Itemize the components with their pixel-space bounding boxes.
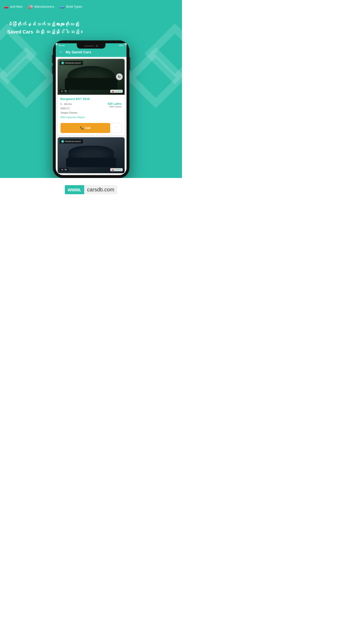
count-label-2: 16 <box>61 168 64 171</box>
battery-indicator: 80% <box>119 44 124 47</box>
phone-notch <box>77 43 106 48</box>
car-image-2[interactable]: ✓ PREMIUM ASSIST 16 📷 🚗 carsDB <box>58 137 124 173</box>
car-icon: 🚗 <box>4 4 8 9</box>
watermark-icon-2: 🚗 <box>112 169 114 171</box>
watermark-1: 🚗 carsDB <box>110 90 122 93</box>
save-heart-button-1[interactable]: ♡ <box>112 123 122 133</box>
camera-icon-2: 📷 <box>64 168 67 171</box>
photo-count-2: 16 📷 <box>60 168 68 171</box>
camera-icon: 📷 <box>64 90 67 92</box>
hero-text-line2: Saved Cars ထဲသို့ ထည့်နိုင်ပါသည်။ <box>7 28 175 36</box>
hero-text-line1: မိမိကြိုက်နှစ်သက်သည့်ကားများကိုလည်း <box>7 20 175 28</box>
app-header: ← My Saved Cars <box>56 47 126 57</box>
back-button[interactable]: ← <box>59 50 64 54</box>
domain-label: carsdb.com <box>84 185 117 194</box>
top-navigation: 🚗 and New 🏭 Manufacturers 🚙 Build Types <box>0 0 182 13</box>
phone-screen: 4G 4G 80% ← My Saved Cars ✓ PREMIUM ASSI… <box>56 43 126 175</box>
call-button-1[interactable]: 📞 Call <box>60 123 110 133</box>
power-button <box>130 57 130 70</box>
volume-down-button <box>52 66 53 74</box>
watermark-text-2: carsDB <box>115 169 121 171</box>
premium-badge-2: ✓ PREMIUM ASSIST <box>60 139 83 144</box>
watermark-2: 🚗 carsDB <box>110 168 122 171</box>
nav-label-manufacturers: Manufacturers <box>34 5 54 8</box>
location-spec: Yangon Division <box>60 111 78 115</box>
car-card-1: ✓ PREMIUM ASSIST 41 📷 🚗 carsDB ↻ <box>58 59 124 136</box>
volume-up-button <box>52 55 53 63</box>
phone-icon: 📞 <box>80 126 84 130</box>
call-label-1: Call <box>85 126 90 130</box>
check-icon: ✓ <box>61 62 64 64</box>
car-info-1: Borgward BX7 2019 5 - 10k Km 2000 CC Yan… <box>58 95 124 121</box>
car-card-2: ✓ PREMIUM ASSIST 16 📷 🚗 carsDB <box>58 137 124 173</box>
count-label-1: 41 <box>61 90 64 92</box>
footer-section: www. carsdb.com <box>0 178 182 202</box>
signal-indicator: 4G 4G <box>58 44 65 47</box>
km-spec: 5 - 10k Km <box>60 102 78 106</box>
inspection-label-1: With Inspection Report <box>60 116 122 119</box>
car-price-1: 620 Lakhs With Licence <box>108 102 122 108</box>
price-value-1: 620 Lakhs <box>108 102 122 106</box>
car-image-1[interactable]: ✓ PREMIUM ASSIST 41 📷 🚗 carsDB ↻ <box>58 59 124 95</box>
refresh-button[interactable]: ↻ <box>116 74 123 80</box>
nav-item-manufacturers[interactable]: 🏭 Manufacturers <box>28 4 54 9</box>
nav-label-used-new: and New <box>10 5 22 8</box>
nav-label-build-types: Build Types <box>66 5 82 8</box>
build-types-icon: 🚙 <box>60 4 64 9</box>
www-label: www. <box>65 185 84 194</box>
premium-label-2: PREMIUM ASSIST <box>65 140 81 142</box>
screen-title: My Saved Cars <box>66 50 91 54</box>
hero-text: မိမိကြိုက်နှစ်သက်သည့်ကားများကိုလည်း Save… <box>7 20 175 36</box>
notch-camera <box>96 45 98 47</box>
watermark-text-1: carsDB <box>115 90 121 92</box>
premium-label-1: PREMIUM ASSIST <box>65 62 81 64</box>
hero-section: မိမိကြိုက်နှစ်သက်သည့်ကားများကိုလည်း Save… <box>0 13 182 178</box>
car-actions-1: 📞 Call ♡ <box>58 121 124 136</box>
photo-count-1: 41 📷 <box>60 90 68 93</box>
cc-spec: 2000 CC <box>60 106 78 111</box>
website-badge: www. carsdb.com <box>65 185 117 194</box>
check-icon-2: ✓ <box>61 140 64 143</box>
manufacturers-icon: 🏭 <box>28 4 33 9</box>
premium-badge-1: ✓ PREMIUM ASSIST <box>60 61 83 65</box>
car-details-1: 5 - 10k Km 2000 CC Yangon Division 620 L… <box>60 102 122 115</box>
notch-speaker <box>84 46 94 47</box>
nav-item-build-types[interactable]: 🚙 Build Types <box>60 4 82 9</box>
phone-outer-shell: 4G 4G 80% ← My Saved Cars ✓ PREMIUM ASSI… <box>53 40 130 178</box>
nav-item-used-new[interactable]: 🚗 and New <box>4 4 22 9</box>
phone-mockup: 4G 4G 80% ← My Saved Cars ✓ PREMIUM ASSI… <box>7 40 175 178</box>
car-title-1[interactable]: Borgward BX7 2019 <box>60 97 122 101</box>
watermark-icon: 🚗 <box>112 90 114 92</box>
price-note-1: With Licence <box>108 106 122 108</box>
car-specs-1: 5 - 10k Km 2000 CC Yangon Division <box>60 102 78 115</box>
